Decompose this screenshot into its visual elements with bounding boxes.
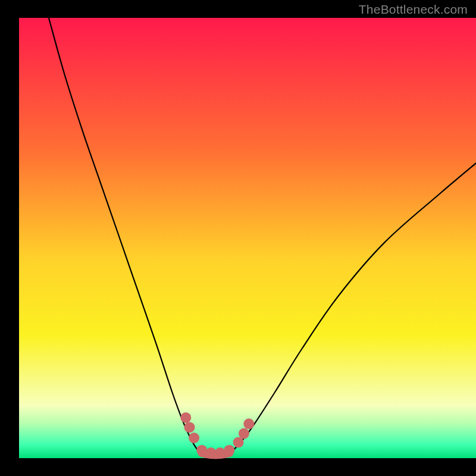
valley-dot xyxy=(180,412,191,423)
valley-dot xyxy=(224,445,234,456)
valley-dot xyxy=(239,428,249,439)
valley-dot xyxy=(189,433,199,443)
valley-dot xyxy=(243,418,254,429)
chart-stage: TheBottleneck.com xyxy=(0,0,476,476)
valley-dot xyxy=(233,437,244,447)
bottleneck-chart xyxy=(0,0,476,476)
valley-dot xyxy=(184,422,195,433)
watermark-text: TheBottleneck.com xyxy=(359,2,468,17)
plot-area xyxy=(19,18,476,458)
valley-dot xyxy=(196,445,207,456)
valley-dot xyxy=(215,447,226,458)
